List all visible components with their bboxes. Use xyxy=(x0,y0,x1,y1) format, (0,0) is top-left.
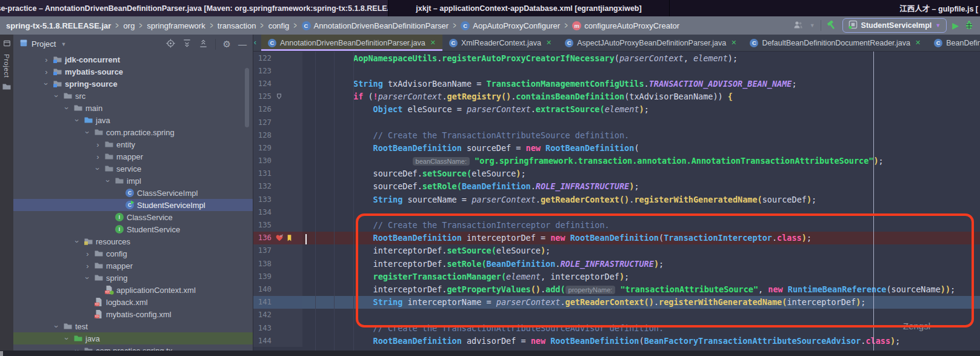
editor-line-136[interactable]: 136 RootBeanDefinition interceptorDef = … xyxy=(253,232,980,244)
line-number[interactable]: 137 xyxy=(253,246,272,255)
window-title-third[interactable]: 江西人才 – gulpfile.js [ xyxy=(670,0,980,16)
collapse-all-icon[interactable] xyxy=(199,39,208,50)
chevron-open-icon[interactable]: › xyxy=(104,177,113,185)
project-view-title[interactable]: Project xyxy=(32,39,56,49)
tree-row-StudentService[interactable]: IStudentService xyxy=(13,223,253,235)
tree-row-spring[interactable]: ›spring xyxy=(13,272,253,284)
tree-row-mapper[interactable]: ›mapper xyxy=(13,150,253,163)
tab-scroll-icon[interactable]: ‹ xyxy=(254,38,256,47)
debug-bug-icon[interactable] xyxy=(964,20,974,32)
window-title-second[interactable]: jxkjt – applicationContext-appDatabase.x… xyxy=(388,0,669,16)
editor-line-144[interactable]: 144 RootBeanDefinition advisorDef = new … xyxy=(253,334,980,347)
tree-row-impl[interactable]: ›impl xyxy=(13,175,253,187)
tab-XmlReaderContext.java[interactable]: CXmlReaderContext.java✕ xyxy=(442,35,558,51)
expand-all-icon[interactable] xyxy=(182,39,192,50)
line-number[interactable]: 128 xyxy=(253,131,272,139)
locate-icon[interactable] xyxy=(166,39,175,50)
line-number[interactable]: 139 xyxy=(253,272,272,281)
editor-line-131[interactable]: 131 sourceDef.setSource(eleSource); xyxy=(253,167,980,180)
editor-line-139[interactable]: 139 registerTransactionManager(element, … xyxy=(253,270,980,283)
users-icon[interactable] xyxy=(793,20,803,32)
line-number[interactable]: 138 xyxy=(253,260,272,268)
gear-icon[interactable]: ⚙ xyxy=(223,39,231,50)
editor-line-142[interactable]: 142 xyxy=(253,309,980,321)
editor-line-132[interactable]: 132 sourceDef.setRole(BeanDefinition.ROL… xyxy=(253,180,980,193)
project-toolwindow-icon[interactable] xyxy=(3,39,11,50)
line-number[interactable]: 124 xyxy=(253,79,272,88)
tree-row-config[interactable]: ›config xyxy=(13,247,253,260)
editor-line-122[interactable]: 122 AopNamespaceUtils.registerAutoProxyC… xyxy=(253,52,980,64)
line-number[interactable]: 133 xyxy=(253,195,272,204)
chevron-closed-icon[interactable]: › xyxy=(84,249,92,258)
tree-row-main[interactable]: ›main xyxy=(13,102,253,114)
chevron-closed-icon[interactable]: › xyxy=(94,140,102,149)
tab-DefaultBeanDefinitionDocumentReader.java[interactable]: CDefaultBeanDefinitionDocumentReader.jav… xyxy=(743,35,927,51)
editor-line-135[interactable]: 135 // Create the TransactionInterceptor… xyxy=(253,218,980,231)
tree-row-mapper[interactable]: ›mapper xyxy=(13,260,253,272)
editor-line-128[interactable]: 128 // Create the TransactionAttributeSo… xyxy=(253,129,980,141)
folder-icon[interactable] xyxy=(2,82,12,94)
line-number[interactable]: 140 xyxy=(253,285,272,294)
tab-AspectJAutoProxyBeanDefinitionParser.java[interactable]: CAspectJAutoProxyBeanDefinitionParser.ja… xyxy=(558,35,743,51)
chevron-closed-icon[interactable]: › xyxy=(42,67,50,76)
tab-BeanDefinitionParserDelegate.java[interactable]: CBeanDefinitionParserDelegate.java xyxy=(927,35,980,51)
chevron-closed-icon[interactable]: › xyxy=(94,152,102,161)
tree-row-mybatis-source[interactable]: ›mybatis-source xyxy=(13,65,253,78)
line-number[interactable]: 136 xyxy=(253,233,272,242)
line-number[interactable]: 144 xyxy=(253,337,272,345)
chevron-open-icon[interactable]: › xyxy=(73,116,82,124)
editor-line-125[interactable]: 125 if (!parserContext.getRegistry().con… xyxy=(253,90,980,103)
tree-scrollbar[interactable] xyxy=(245,68,249,127)
tree-row-ClassServiceImpl[interactable]: CClassServiceImpl xyxy=(13,187,253,199)
editor-line-133[interactable]: 133 String sourceName = parserContext.ge… xyxy=(253,193,980,206)
chevron-open-icon[interactable]: › xyxy=(62,335,72,343)
editor-line-124[interactable]: 124 String txAdvisorBeanName = Transacti… xyxy=(253,77,980,90)
chevron-open-icon[interactable]: › xyxy=(83,129,92,136)
breadcrumb-item-spring-tx-5.1.8.RELEASE.jar[interactable]: spring-tx-5.1.8.RELEASE.jar xyxy=(5,20,112,32)
editor-line-140[interactable]: 140 interceptorDef.getPropertyValues().a… xyxy=(253,283,980,295)
chevron-closed-icon[interactable]: › xyxy=(84,261,92,270)
tree-row-java[interactable]: ›java xyxy=(13,114,253,126)
chevron-open-icon[interactable]: › xyxy=(52,323,61,331)
build-hammer-icon[interactable] xyxy=(827,19,837,32)
window-title-intellij[interactable]: base-practice – AnnotationDrivenBeanDefi… xyxy=(0,0,388,16)
tree-row-resources[interactable]: ›resources xyxy=(13,235,253,247)
line-number[interactable]: 135 xyxy=(253,221,272,229)
editor-line-137[interactable]: 137 interceptorDef.setSource(eleSource); xyxy=(253,244,980,257)
line-number[interactable]: 141 xyxy=(253,298,272,306)
chevron-closed-icon[interactable]: › xyxy=(42,55,50,64)
run-configuration-select[interactable]: StudentServiceImpl ▼ xyxy=(842,18,947,33)
tab-AnnotationDrivenBeanDefinitionParser.java[interactable]: CAnnotationDrivenBeanDefinitionParser.ja… xyxy=(261,35,442,51)
line-number[interactable]: 122 xyxy=(253,54,272,62)
tree-row-src[interactable]: ›src xyxy=(13,90,253,102)
tree-row-StudentServiceImpl[interactable]: CStudentServiceImpl xyxy=(13,199,253,211)
line-number[interactable]: 142 xyxy=(253,311,272,319)
close-icon[interactable]: ✕ xyxy=(430,39,436,47)
breadcrumb-item-config[interactable]: config xyxy=(267,20,291,32)
tree-row-jdk-concurrent[interactable]: ›jdk-concurrent xyxy=(13,53,253,65)
editor-line-127[interactable]: 127 xyxy=(253,116,980,129)
close-icon[interactable]: ✕ xyxy=(731,39,736,47)
breadcrumb-item-AnnotationDrivenBeanDefinitionParser[interactable]: CAnnotationDrivenBeanDefinitionParser xyxy=(301,20,450,32)
tree-row-java[interactable]: ›java xyxy=(13,332,253,344)
breadcrumb-item-springframework[interactable]: springframework xyxy=(146,20,207,32)
breadcrumb-item-AopAutoProxyConfigurer[interactable]: CAopAutoProxyConfigurer xyxy=(459,20,561,32)
chevron-down-icon[interactable]: ▼ xyxy=(61,41,66,47)
run-play-icon[interactable]: ▶ xyxy=(952,21,959,30)
editor-line-141[interactable]: 141 String interceptorName = parserConte… xyxy=(253,296,980,309)
editor-line-130[interactable]: 130 beanClassName: "org.springframework.… xyxy=(253,155,980,167)
line-number[interactable]: 129 xyxy=(253,144,272,152)
line-number[interactable]: 127 xyxy=(253,118,272,127)
line-number[interactable]: 143 xyxy=(253,324,272,332)
hide-panel-icon[interactable]: — xyxy=(238,39,247,49)
line-number[interactable]: 126 xyxy=(253,105,272,113)
tree-row-ClassService[interactable]: IClassService xyxy=(13,211,253,223)
breadcrumb-item-transaction[interactable]: transaction xyxy=(216,20,258,32)
editor-line-123[interactable]: 123 xyxy=(253,64,980,77)
line-number[interactable]: 123 xyxy=(253,67,272,75)
chevron-open-icon[interactable]: › xyxy=(52,92,61,100)
chevron-open-icon[interactable]: › xyxy=(93,165,102,173)
editor-line-138[interactable]: 138 interceptorDef.setRole(BeanDefinitio… xyxy=(253,257,980,270)
editor-line-143[interactable]: 143 // Create the TransactionAttributeSo… xyxy=(253,321,980,334)
tree-row-applicationContext.xml[interactable]: <>applicationContext.xml xyxy=(13,284,253,296)
